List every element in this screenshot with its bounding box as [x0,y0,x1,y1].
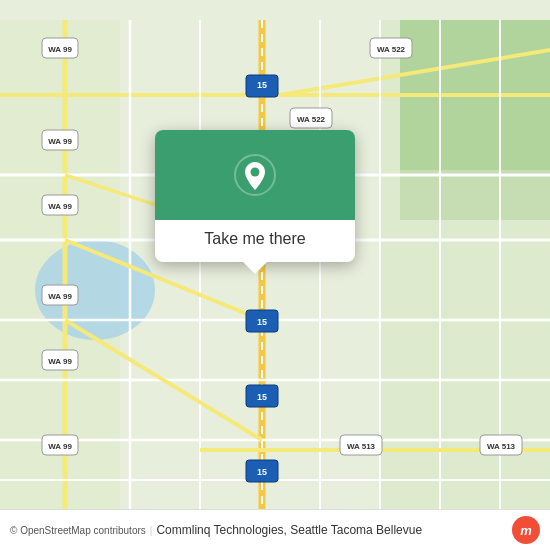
map-container: WA 99 WA 99 WA 99 WA 99 WA 99 WA 99 WA 5… [0,0,550,550]
svg-point-56 [251,168,260,177]
osm-copyright: © OpenStreetMap contributors [10,525,146,536]
svg-text:15: 15 [257,392,267,402]
svg-text:WA 99: WA 99 [48,137,72,146]
bottom-left-info: © OpenStreetMap contributors | Commlinq … [10,523,422,537]
svg-text:WA 99: WA 99 [48,292,72,301]
svg-text:15: 15 [257,467,267,477]
svg-text:WA 513: WA 513 [347,442,376,451]
svg-text:15: 15 [257,80,267,90]
svg-text:WA 522: WA 522 [297,115,326,124]
svg-text:WA 513: WA 513 [487,442,516,451]
bottom-bar: © OpenStreetMap contributors | Commlinq … [0,509,550,550]
svg-text:WA 99: WA 99 [48,442,72,451]
map-svg: WA 99 WA 99 WA 99 WA 99 WA 99 WA 99 WA 5… [0,0,550,550]
svg-text:15: 15 [257,317,267,327]
take-me-there-button[interactable]: Take me there [204,230,305,248]
popup-body: Take me there [155,220,355,262]
svg-text:WA 522: WA 522 [377,45,406,54]
svg-text:WA 99: WA 99 [48,202,72,211]
separator: | [150,525,153,536]
moovit-logo: m [512,516,540,544]
location-pin-icon [234,154,276,196]
moovit-letter: m [520,523,532,538]
company-name: Commlinq Technologies, Seattle Tacoma Be… [156,523,422,537]
svg-text:WA 99: WA 99 [48,45,72,54]
popup-card: Take me there [155,130,355,262]
moovit-icon: m [512,516,540,544]
popup-header [155,130,355,220]
svg-text:WA 99: WA 99 [48,357,72,366]
